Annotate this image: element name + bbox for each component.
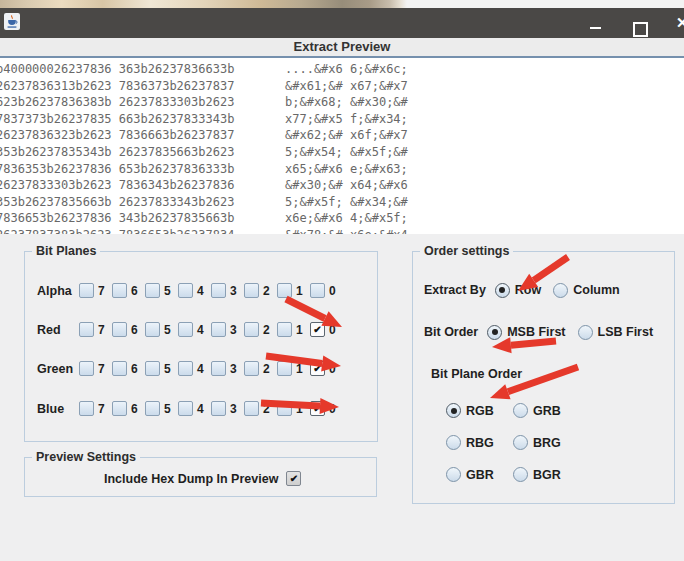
checkbox-green-bit-5[interactable] <box>145 361 160 376</box>
checkbox-blue-bit-1[interactable] <box>277 401 292 416</box>
checkbox-red-bit-3[interactable] <box>211 322 226 337</box>
hex-line: 7836353b26237836 653b26237836333b x65;&#… <box>0 161 408 178</box>
bit-plane-row-green: Green7654321✔0 <box>37 360 343 377</box>
bit-digit-label: 1 <box>296 323 303 337</box>
bit-digit-label: 6 <box>131 402 138 416</box>
bit-plane-row-label: Red <box>37 323 79 337</box>
bit-group: 7 <box>79 322 112 337</box>
bit-digit-label: 0 <box>329 323 336 337</box>
hex-line: 7836653b26237836 343b26237835663b x6e;&#… <box>0 210 408 227</box>
checkbox-green-bit-3[interactable] <box>211 361 226 376</box>
radio-button-icon <box>578 325 593 340</box>
checkbox-red-bit-7[interactable] <box>79 322 94 337</box>
checkbox-blue-bit-6[interactable] <box>112 401 127 416</box>
radio-bit-order-lsb-first[interactable]: LSB First <box>578 325 654 340</box>
hex-line: 26237836323b2623 7836663b26237837 &#x62;… <box>0 127 408 144</box>
checkbox-blue-bit-7[interactable] <box>79 401 94 416</box>
radio-extract-by-row[interactable]: Row <box>495 283 541 298</box>
bit-plane-row-label: Blue <box>37 402 79 416</box>
checkbox-alpha-bit-0[interactable] <box>310 283 325 298</box>
radio-bit-plane-order-rgb[interactable]: RGB <box>446 403 501 418</box>
checkbox-alpha-bit-6[interactable] <box>112 283 127 298</box>
dialog-body: Bit Planes Alpha76543210Red7654321✔0Gree… <box>0 234 684 561</box>
hex-dump-area[interactable]: b400000026237836 363b26237836633b ....&#… <box>0 58 684 234</box>
checkbox-green-bit-4[interactable] <box>178 361 193 376</box>
bit-digit-label: 7 <box>98 284 105 298</box>
radio-button-icon <box>495 283 510 298</box>
bit-group: 7 <box>79 401 112 416</box>
bit-group: 7 <box>79 283 112 298</box>
checkbox-red-bit-2[interactable] <box>244 322 259 337</box>
checkbox-green-bit-6[interactable] <box>112 361 127 376</box>
bit-group: ✔0 <box>310 361 343 376</box>
bit-digit-label: 6 <box>131 323 138 337</box>
radio-bit-plane-order-rbg[interactable]: RBG <box>446 435 501 450</box>
checkbox-red-bit-4[interactable] <box>178 322 193 337</box>
checkbox-blue-bit-5[interactable] <box>145 401 160 416</box>
checkbox-green-bit-0[interactable]: ✔ <box>310 361 325 376</box>
radio-label: RGB <box>466 404 494 418</box>
bit-group: 2 <box>244 361 277 376</box>
checkbox-green-bit-7[interactable] <box>79 361 94 376</box>
bit-group: 6 <box>112 322 145 337</box>
minimize-button[interactable] <box>590 27 601 29</box>
bit-digit-label: 4 <box>197 362 204 376</box>
checkbox-alpha-bit-3[interactable] <box>211 283 226 298</box>
checkbox-alpha-bit-4[interactable] <box>178 283 193 298</box>
bit-digit-label: 0 <box>329 402 336 416</box>
radio-label: GBR <box>466 468 494 482</box>
checkbox-blue-bit-0[interactable]: ✔ <box>310 401 325 416</box>
bit-digit-label: 3 <box>230 362 237 376</box>
bit-digit-label: 1 <box>296 362 303 376</box>
bit-plane-row-label: Green <box>37 362 79 376</box>
window-titlebar: ✕ <box>0 8 684 38</box>
bit-group: ✔0 <box>310 401 343 416</box>
hex-line: 623b26237836383b 26237833303b2623 b;&#x6… <box>0 94 408 111</box>
bit-digit-label: 1 <box>296 402 303 416</box>
maximize-button[interactable] <box>633 22 648 37</box>
checkbox-red-bit-6[interactable] <box>112 322 127 337</box>
preview-settings-panel: Preview Settings Include Hex Dump In Pre… <box>24 457 377 497</box>
radio-extract-by-column[interactable]: Column <box>553 283 620 298</box>
hex-line: 353b26237835663b 26237833343b2623 5;&#x5… <box>0 194 408 211</box>
bit-planes-panel: Bit Planes Alpha76543210Red7654321✔0Gree… <box>24 251 378 442</box>
checkbox-blue-bit-4[interactable] <box>178 401 193 416</box>
bit-digit-label: 2 <box>263 284 270 298</box>
radio-bit-order-msb-first[interactable]: MSB First <box>487 325 565 340</box>
radio-bit-plane-order-grb[interactable]: GRB <box>513 403 561 418</box>
include-hex-dump-checkbox[interactable]: ✔ <box>286 471 301 486</box>
hex-line: 353b26237835343b 26237835663b2623 5;&#x5… <box>0 144 408 161</box>
checkbox-red-bit-5[interactable] <box>145 322 160 337</box>
radio-label: GRB <box>533 404 561 418</box>
order-settings-panel: Order settings Extract By Row Column Bit… <box>412 251 675 504</box>
bit-group: 1 <box>277 283 310 298</box>
bit-group: 5 <box>145 361 178 376</box>
include-hex-dump-label: Include Hex Dump In Preview <box>104 472 278 486</box>
radio-bit-plane-order-bgr[interactable]: BGR <box>513 467 561 482</box>
checkbox-alpha-bit-1[interactable] <box>277 283 292 298</box>
radio-button-icon <box>513 435 528 450</box>
checkbox-alpha-bit-7[interactable] <box>79 283 94 298</box>
bit-plane-order-label: Bit Plane Order <box>431 367 522 381</box>
checkbox-green-bit-1[interactable] <box>277 361 292 376</box>
bit-plane-row-blue: Blue7654321✔0 <box>37 400 343 417</box>
radio-bit-plane-order-brg[interactable]: BRG <box>513 435 561 450</box>
checkbox-green-bit-2[interactable] <box>244 361 259 376</box>
checkbox-blue-bit-2[interactable] <box>244 401 259 416</box>
bit-group: 3 <box>211 283 244 298</box>
checkbox-red-bit-1[interactable] <box>277 322 292 337</box>
bit-group: 3 <box>211 322 244 337</box>
order-settings-title: Order settings <box>420 244 513 258</box>
checkbox-blue-bit-3[interactable] <box>211 401 226 416</box>
radio-bit-plane-order-gbr[interactable]: GBR <box>446 467 501 482</box>
bit-digit-label: 3 <box>230 402 237 416</box>
bit-group: 2 <box>244 401 277 416</box>
checkbox-alpha-bit-5[interactable] <box>145 283 160 298</box>
checkbox-red-bit-0[interactable]: ✔ <box>310 322 325 337</box>
bit-digit-label: 6 <box>131 284 138 298</box>
bit-group: 3 <box>211 401 244 416</box>
checkbox-alpha-bit-2[interactable] <box>244 283 259 298</box>
radio-label: LSB First <box>598 325 654 339</box>
close-button[interactable]: ✕ <box>676 14 684 32</box>
bit-planes-title: Bit Planes <box>32 244 100 258</box>
